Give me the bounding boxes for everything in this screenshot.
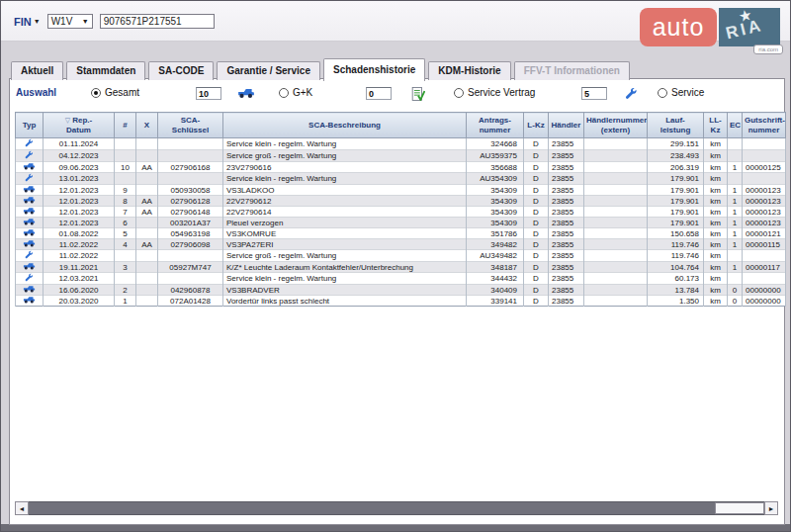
tab-sa-code[interactable]: SA-CODE — [148, 61, 214, 80]
col-l-kz[interactable]: L-Kz — [524, 113, 549, 138]
tab-garantie-service[interactable]: Garantie / Service — [217, 61, 320, 80]
table-row[interactable]: 01.11.2024 Service klein - regelm. Wartu… — [16, 138, 786, 150]
laufleistung-cell: 179.901 — [648, 218, 704, 228]
col-x[interactable]: X — [136, 113, 158, 138]
haendler-cell: 23855 — [549, 250, 584, 262]
wrench-icon — [25, 250, 34, 259]
gutschriftnummer-cell — [743, 138, 786, 150]
ll-kz-cell: km — [704, 285, 728, 296]
col-sca-schluessel[interactable]: SCA- Schlüssel — [158, 113, 223, 138]
col-ec[interactable]: EC — [728, 113, 743, 138]
wmi-select[interactable]: W1V ▼ — [47, 14, 93, 29]
fin-dropdown[interactable]: FIN ▼ — [14, 16, 41, 28]
col-sca-beschreibung[interactable]: SCA-Beschreibung — [223, 113, 467, 138]
table-row[interactable]: 19.11.2021 3 05927M747 K/Z* Leuchte Lade… — [16, 262, 786, 273]
tab-kdm-historie[interactable]: KDM-Historie — [428, 61, 510, 80]
ria-text: RIA — [724, 16, 765, 44]
laufleistung-cell: 119.746 — [648, 250, 704, 262]
table-row[interactable]: 01.08.2022 5 054963198 VS3KOMRUE 351786 … — [16, 228, 786, 239]
antragsnummer-cell: 354309 — [467, 185, 524, 196]
tab-schadenshistorie[interactable]: Schadenshistorie — [323, 58, 425, 81]
sca-beschreibung-cell: VS3LADKOO — [223, 185, 467, 196]
rep-datum-cell: 19.11.2021 — [44, 262, 115, 273]
table-row[interactable]: 12.01.2023 6 003201A37 Pleuel verzogen 3… — [16, 218, 786, 228]
sca-schluessel-cell: 027906128 — [158, 196, 223, 207]
table-row[interactable]: 12.01.2023 7 AA 027906148 22V2790614 354… — [16, 207, 786, 218]
vin-input[interactable] — [100, 14, 215, 29]
nr-cell: 2 — [115, 285, 136, 296]
col-gutschriftnummer[interactable]: Gutschrift- nummer — [743, 113, 786, 138]
ll-kz-cell: km — [704, 185, 728, 196]
sca-beschreibung-cell: 22V2790614 — [223, 207, 467, 218]
table-row[interactable]: 12.03.2021 Service klein - regelm. Wartu… — [16, 273, 786, 285]
gutschriftnummer-cell: 00000000 — [743, 296, 786, 307]
col-rep-datum[interactable]: ▽Rep.- Datum — [44, 113, 115, 138]
table-row[interactable]: 09.06.2023 10 AA 027906168 23V2790616 35… — [16, 162, 786, 173]
table-row[interactable]: 12.01.2023 9 050930058 VS3LADKOO 354309 … — [16, 185, 786, 196]
rep-datum-cell: 13.01.2023 — [44, 173, 115, 185]
checklist-icon — [411, 87, 425, 101]
table-row[interactable]: 12.01.2023 8 AA 027906128 22V2790612 354… — [16, 196, 786, 207]
table-row[interactable]: 13.01.2023 Service klein - regelm. Wartu… — [16, 173, 786, 185]
ll-kz-cell: km — [704, 150, 728, 162]
radio-service[interactable]: Service — [658, 87, 704, 98]
car-icon — [237, 87, 255, 99]
rep-datum-cell: 16.06.2020 — [44, 285, 115, 296]
col-typ[interactable]: Typ — [16, 113, 44, 138]
col-laufleistung[interactable]: Lauf- leistung — [648, 113, 704, 138]
col-haendler[interactable]: Händler — [549, 113, 584, 138]
scrollbar-thumb[interactable] — [715, 502, 764, 514]
radio-icon[interactable] — [91, 88, 101, 98]
tab-ffv-t-informationen: FFV-T Informationen — [514, 61, 630, 80]
scroll-right-button[interactable]: ► — [764, 501, 778, 515]
tab-aktuell[interactable]: Aktuell — [11, 61, 63, 80]
car-icon — [23, 162, 36, 170]
scrollbar-track[interactable] — [29, 501, 764, 515]
typ-cell — [16, 185, 44, 196]
sca-schluessel-cell: 072A01428 — [158, 296, 223, 307]
radio-icon[interactable] — [658, 88, 667, 98]
horizontal-scrollbar[interactable]: ◄ ► — [15, 501, 778, 515]
ll-kz-cell: km — [704, 296, 728, 307]
auswahl-label: Auswahl — [16, 87, 56, 98]
radio-icon[interactable] — [454, 88, 464, 98]
ll-kz-cell: km — [704, 138, 728, 150]
radio-service-vertrag[interactable]: Service Vertrag — [454, 87, 535, 98]
nr-cell: 6 — [115, 218, 136, 228]
ec-cell — [728, 273, 743, 285]
antragsnummer-cell: 349482 — [467, 239, 524, 250]
col-nr[interactable]: # — [115, 113, 136, 138]
table-row[interactable]: 11.02.2022 4 AA 027906098 VS3PA27ERI 349… — [16, 239, 786, 250]
radio-g-k[interactable]: G+K — [279, 87, 312, 98]
table-row[interactable]: 16.06.2020 2 042960878 VS3BRADVER 340409… — [16, 285, 786, 296]
col-haendlernummer-extern[interactable]: Händlernummer (extern) — [584, 113, 648, 138]
table-row[interactable]: 04.12.2023 Service groß - regelm. Wartun… — [16, 150, 786, 162]
col-antragsnummer[interactable]: Antrags- nummer — [467, 113, 524, 138]
antragsnummer-cell: 354309 — [467, 207, 524, 218]
sca-schluessel-cell — [158, 250, 223, 262]
nr-cell — [115, 138, 136, 150]
car-icon — [23, 185, 36, 193]
laufleistung-cell: 179.901 — [648, 196, 704, 207]
radio-gesamt[interactable]: Gesamt — [91, 87, 139, 98]
l-kz-cell: D — [524, 173, 549, 185]
laufleistung-cell: 104.764 — [648, 262, 704, 273]
nr-cell: 9 — [115, 185, 136, 196]
ec-cell: 1 — [728, 218, 743, 228]
ec-cell: 1 — [728, 239, 743, 250]
col-ll-kz[interactable]: LL- Kz — [704, 113, 728, 138]
table-row[interactable]: 20.03.2020 1 072A01428 Vordertür links p… — [16, 296, 786, 307]
scroll-left-button[interactable]: ◄ — [15, 501, 29, 515]
typ-cell — [16, 285, 44, 296]
haendlernummer-extern-cell — [584, 273, 648, 285]
sca-beschreibung-cell: Pleuel verzogen — [223, 218, 467, 228]
haendlernummer-extern-cell — [584, 150, 648, 162]
wrench-icon — [25, 138, 34, 147]
x-cell — [136, 296, 158, 307]
radio-icon[interactable] — [279, 88, 289, 98]
ec-cell — [728, 138, 743, 150]
gutschriftnummer-cell: 00000121 — [743, 228, 786, 239]
nr-cell: 5 — [115, 228, 136, 239]
table-row[interactable]: 11.02.2022 Service groß - regelm. Wartun… — [16, 250, 786, 262]
tab-stammdaten[interactable]: Stammdaten — [66, 61, 145, 80]
